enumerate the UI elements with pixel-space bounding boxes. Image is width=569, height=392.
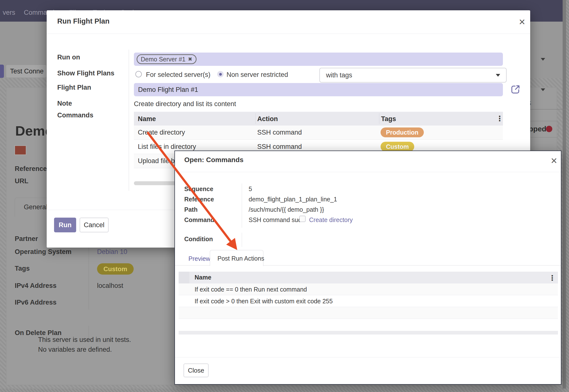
os-value-link[interactable]: Debian 10 [97,248,127,256]
field-group-divider [89,248,89,309]
header-divider [175,172,561,172]
with-tags-select[interactable]: with tags [319,68,507,83]
tab-post-run-actions-label: Post Run Actions [217,255,264,262]
note-label: Note [57,100,72,107]
row-name: Upload file by [138,157,178,165]
row-selector-column [179,272,189,283]
col-action[interactable]: Action [257,115,278,123]
command-label: Command [184,216,214,224]
row-name: List files in directory [138,143,196,151]
tag-remove-icon[interactable]: ✖ [188,56,192,62]
radio-non-server-restricted-label[interactable]: Non server restricted [227,71,288,79]
server-color-swatch[interactable] [14,145,26,155]
unit-test-note-line1: This server is used in unit tests. [38,336,131,344]
col-name[interactable]: Name [195,274,211,281]
modal-title: Open: Commands [184,156,243,164]
flight-plan-value: Demo Flight Plan #1 [138,86,198,94]
section-divider-fragment [526,109,566,110]
server-tag[interactable]: Demo Server #1 ✖ [137,54,197,64]
status-red-dot [546,126,552,132]
condition-label: Condition [184,236,213,243]
reference-label: Reference [184,196,214,203]
tag-badge-custom-dimmed: Custom [97,263,134,275]
ipv6-label: IPv6 Address [15,299,57,306]
close-icon[interactable]: × [519,18,525,26]
table-row[interactable]: If exit code == 0 then Run next command [179,283,558,295]
path-label: Path [184,206,198,213]
window-scrollbar-gutter[interactable] [563,0,566,389]
tab-general-label: General [24,203,47,211]
ipv4-value: localhost [97,282,123,290]
table-options-kebab-icon[interactable]: ⋮ [496,114,503,123]
table-options-kebab-icon[interactable]: ⋮ [549,274,555,282]
command-value: SSH command sudo [249,216,305,224]
test-connection-button[interactable]: Test Conne [6,65,47,78]
command-link[interactable]: Create directory [309,216,353,224]
chevron-down-icon[interactable] [541,88,545,91]
footer-divider [175,357,561,357]
unit-test-note-line2: No variables are defined. [38,346,112,353]
url-label: URL [15,177,28,185]
tag-badge-custom: Custom [381,142,414,152]
run-on-label: Run on [57,54,80,61]
col-divider [379,113,379,124]
os-label: Operating System [15,248,71,256]
row-name: If exit code > 0 then Exit with custom e… [195,298,333,305]
commands-table-header: Name Action Tags ⋮ [134,112,503,126]
cancel-button[interactable]: Cancel [80,218,109,232]
close-button[interactable]: Close [184,364,209,377]
condition-divider [242,233,242,247]
tab-preview[interactable]: Preview [188,255,210,262]
nav-item-servers[interactable]: vers [3,9,15,16]
plan-note-text: Create directory and list its content [134,100,236,108]
label-column-divider [129,50,129,191]
col-divider [255,113,256,124]
table-row[interactable]: If exit code > 0 then Exit with custom e… [179,295,558,307]
tab-post-run-actions[interactable]: Post Run Actions [210,250,263,266]
chevron-down-icon [496,74,500,77]
chevron-down-icon[interactable] [541,58,545,61]
partner-label: Partner [15,235,38,243]
radio-for-selected-servers[interactable] [135,71,142,77]
server-name-heading: Demo [15,123,47,139]
horizontal-scrollbar[interactable] [179,331,558,335]
primary-button-fragment[interactable] [0,65,4,78]
reference-value: demo_flight_plan_1_plan_line_1 [249,196,337,203]
tag-badge-production: Production [381,127,424,137]
actions-table-header: Name ⋮ [179,272,558,283]
open-commands-modal: Open: Commands × Sequence 5 Reference de… [174,151,561,385]
label-column-divider [242,183,242,228]
sequence-value: 5 [249,185,252,193]
show-flight-plans-label: Show Flight Plans [57,70,114,77]
row-action: SSH command [257,129,302,136]
server-tag-label: Demo Server #1 [141,56,185,63]
flight-plan-field[interactable]: Demo Flight Plan #1 [134,83,503,96]
row-action: SSH command [257,143,302,151]
external-link-icon[interactable] [510,84,521,95]
run-button[interactable]: Run [54,218,76,232]
row-divider [179,319,558,319]
commands-label: Commands [57,112,93,119]
command-checkbox[interactable] [299,216,306,222]
header-divider [47,34,530,34]
ipv4-label: IPv4 Address [15,282,57,290]
row-name: Create directory [138,129,185,136]
row-name: If exit code == 0 then Run next command [195,286,307,293]
on-delete-plan-label: On Delete Plan [15,329,62,337]
tags-label: Tags [15,265,30,272]
radio-non-server-restricted[interactable] [217,71,224,77]
radio-for-selected-servers-label[interactable]: For selected server(s) [146,71,211,79]
run-on-field[interactable]: Demo Server #1 ✖ [134,53,503,66]
table-row[interactable]: Create directory SSH command Production [134,126,503,140]
reference-label: Reference [15,165,47,173]
col-name[interactable]: Name [138,115,156,123]
col-tags[interactable]: Tags [381,115,396,123]
path-value: /such/much/{{ demo_path }} [249,206,324,213]
flight-plan-label: Flight Plan [57,84,91,91]
modal-title: Run Flight Plan [57,17,110,25]
sequence-label: Sequence [184,185,213,193]
close-icon[interactable]: × [551,157,557,164]
empty-row [179,307,558,319]
status-label-fragment: pped [529,125,546,133]
with-tags-value: with tags [326,71,352,79]
